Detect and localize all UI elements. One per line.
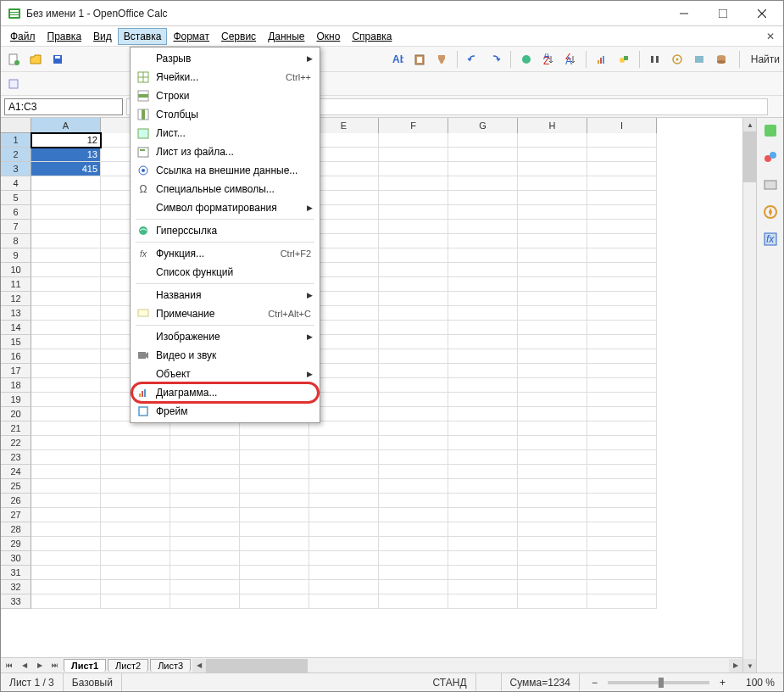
cell[interactable] — [587, 364, 657, 378]
cell[interactable] — [587, 148, 657, 162]
cell[interactable] — [448, 450, 518, 465]
cell[interactable] — [240, 450, 309, 465]
cell[interactable] — [448, 393, 518, 407]
cell[interactable] — [518, 176, 587, 191]
cell[interactable] — [31, 248, 101, 263]
row-header-5[interactable]: 5 — [1, 191, 31, 205]
cell[interactable] — [170, 465, 240, 479]
cell[interactable] — [101, 479, 170, 494]
cell[interactable] — [448, 335, 518, 349]
cell[interactable] — [518, 335, 587, 349]
cell[interactable] — [518, 508, 587, 522]
cell[interactable]: 12 — [31, 133, 101, 148]
dd-rows[interactable]: Строки — [132, 86, 318, 105]
cell[interactable] — [587, 248, 657, 263]
cell[interactable] — [448, 321, 518, 335]
row-header-1[interactable]: 1 — [1, 133, 31, 148]
minimize-button[interactable] — [664, 1, 703, 26]
cell[interactable] — [587, 393, 657, 407]
cell[interactable] — [379, 465, 448, 479]
horizontal-scrollbar[interactable]: ◀ ▶ — [192, 658, 742, 672]
cell[interactable] — [31, 465, 101, 479]
status-zoom[interactable]: 100 % — [737, 673, 783, 691]
cell[interactable] — [587, 465, 657, 479]
cell[interactable] — [240, 494, 309, 508]
cell[interactable] — [170, 537, 240, 551]
cell[interactable] — [379, 148, 448, 162]
cell[interactable] — [587, 537, 657, 551]
hyperlink-button[interactable] — [517, 50, 536, 69]
cell-reference-input[interactable] — [4, 98, 123, 115]
cell[interactable] — [448, 566, 518, 580]
cell[interactable] — [379, 537, 448, 551]
sidebar-navigator-icon[interactable] — [761, 203, 780, 221]
cell[interactable] — [587, 292, 657, 306]
cell[interactable] — [101, 566, 170, 580]
navigator-button[interactable] — [668, 50, 687, 69]
cell[interactable] — [379, 407, 448, 421]
sheet-tab-3[interactable]: Лист3 — [150, 659, 191, 672]
sheet-tab-2[interactable]: Лист2 — [108, 659, 148, 672]
cell[interactable] — [31, 263, 101, 277]
cell[interactable] — [587, 205, 657, 220]
menu-window[interactable]: Окно — [310, 28, 346, 45]
cell[interactable] — [379, 421, 448, 436]
menu-insert[interactable]: Вставка — [118, 28, 168, 45]
cell[interactable] — [587, 306, 657, 321]
cell[interactable] — [31, 479, 101, 494]
cell[interactable] — [518, 220, 587, 234]
cell[interactable] — [448, 537, 518, 551]
cell[interactable] — [518, 205, 587, 220]
row-header-19[interactable]: 19 — [1, 393, 31, 407]
cell[interactable] — [587, 421, 657, 436]
cell[interactable] — [170, 594, 240, 609]
find-button[interactable] — [646, 50, 664, 69]
cell[interactable] — [587, 133, 657, 148]
dd-special-chars[interactable]: ΩСпециальные символы... — [132, 180, 318, 198]
cell[interactable] — [518, 248, 587, 263]
cell[interactable] — [587, 234, 657, 248]
cell[interactable] — [448, 248, 518, 263]
col-header-F[interactable]: F — [379, 118, 448, 133]
menu-tools[interactable]: Сервис — [215, 28, 262, 45]
cell[interactable] — [101, 522, 170, 537]
cell[interactable] — [587, 566, 657, 580]
cell[interactable]: 13 — [31, 148, 101, 162]
cell[interactable] — [379, 277, 448, 292]
cell[interactable] — [240, 436, 309, 450]
cell[interactable] — [240, 594, 309, 609]
dd-function[interactable]: fxФункция...Ctrl+F2 — [132, 244, 318, 263]
row-header-18[interactable]: 18 — [1, 378, 31, 393]
cell[interactable] — [518, 551, 587, 566]
cell[interactable] — [379, 551, 448, 566]
cell[interactable] — [379, 205, 448, 220]
cell[interactable] — [379, 191, 448, 205]
sort-desc-button[interactable]: ZA — [561, 50, 580, 69]
cell[interactable] — [31, 407, 101, 421]
cell[interactable] — [379, 522, 448, 537]
cell[interactable] — [309, 508, 379, 522]
row-header-25[interactable]: 25 — [1, 479, 31, 494]
cell[interactable] — [448, 205, 518, 220]
maximize-button[interactable] — [703, 1, 742, 26]
cell[interactable] — [448, 133, 518, 148]
cell[interactable] — [448, 176, 518, 191]
cell[interactable] — [587, 349, 657, 364]
row-header-31[interactable]: 31 — [1, 566, 31, 580]
cell[interactable] — [379, 306, 448, 321]
cell[interactable] — [379, 176, 448, 191]
cell[interactable] — [587, 479, 657, 494]
paste-button[interactable] — [410, 50, 429, 69]
row-header-29[interactable]: 29 — [1, 537, 31, 551]
cell[interactable] — [518, 407, 587, 421]
cell[interactable] — [587, 594, 657, 609]
dd-object[interactable]: Объект▶ — [132, 365, 318, 383]
cell[interactable] — [309, 421, 379, 436]
cell[interactable] — [31, 220, 101, 234]
tab-nav-prev[interactable]: ◀ — [18, 659, 31, 672]
row-header-9[interactable]: 9 — [1, 248, 31, 263]
cell[interactable] — [170, 566, 240, 580]
cell[interactable] — [448, 580, 518, 594]
cell[interactable] — [448, 494, 518, 508]
cell[interactable] — [240, 522, 309, 537]
